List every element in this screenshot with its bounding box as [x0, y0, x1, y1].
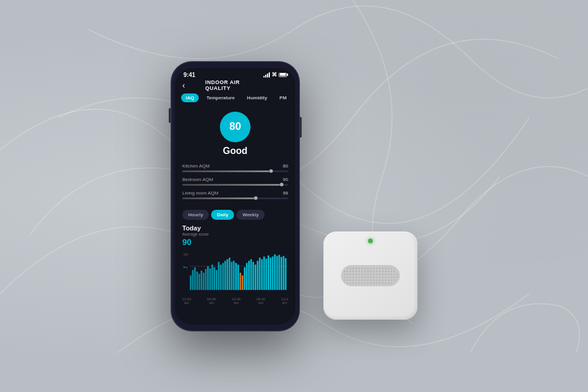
svg-rect-35: [259, 257, 260, 290]
svg-rect-13: [212, 264, 213, 290]
chart-title: Today: [182, 225, 288, 232]
svg-text:100: 100: [183, 253, 188, 256]
aqm-section: Kitchen AQM 80 Bedroom AQM 90: [175, 163, 295, 210]
chart-section: Today Average score 90 100 Avg.: [175, 225, 295, 304]
svg-rect-16: [218, 262, 220, 290]
svg-rect-45: [280, 257, 282, 290]
svg-rect-47: [285, 258, 286, 290]
tab-bar: IAQ Temperature Humidity PM: [175, 93, 295, 107]
wifi-icon: ⌘: [272, 72, 277, 78]
status-bar: 9:41 ⌘: [175, 68, 295, 79]
svg-rect-46: [283, 256, 285, 290]
chart-x-labels: 12:00am 06:00am 12:00pm 06:00pm 12:0pm: [182, 297, 288, 304]
svg-rect-24: [235, 263, 237, 290]
svg-rect-6: [196, 272, 198, 290]
aqm-row-kitchen: Kitchen AQM 80: [182, 163, 288, 172]
x-label-3: 12:00pm: [232, 297, 240, 304]
aqm-kitchen-value: 80: [283, 163, 288, 169]
svg-rect-43: [276, 256, 278, 290]
aqm-kitchen-label: Kitchen AQM: [182, 163, 210, 169]
chart-score: 90: [182, 237, 288, 247]
svg-rect-14: [213, 267, 215, 290]
air-quality-device: [323, 232, 417, 320]
svg-rect-37: [263, 256, 265, 290]
svg-rect-8: [201, 270, 202, 290]
svg-rect-27: [242, 275, 243, 290]
back-button[interactable]: ‹: [182, 81, 185, 90]
svg-rect-11: [207, 266, 209, 289]
aqm-row-bedroom: Bedroom AQM 90: [182, 177, 288, 186]
chart-subtitle: Average score: [182, 232, 288, 236]
svg-rect-17: [220, 264, 222, 290]
period-daily[interactable]: Daily: [211, 210, 234, 220]
svg-rect-41: [272, 256, 273, 290]
svg-rect-39: [268, 255, 269, 290]
device-led: [368, 239, 373, 243]
aqm-livingroom-value: 98: [283, 190, 288, 196]
svg-rect-23: [233, 260, 235, 290]
svg-rect-15: [216, 270, 218, 290]
svg-rect-18: [222, 263, 224, 290]
svg-rect-38: [265, 259, 267, 290]
period-selector: Hourly Daily Weekly: [175, 210, 295, 225]
aqm-bedroom-label: Bedroom AQM: [182, 177, 213, 182]
svg-rect-29: [246, 263, 248, 290]
chart-area: 100 Avg.: [182, 249, 288, 296]
status-icons: ⌘: [263, 72, 287, 78]
battery-icon: [279, 73, 287, 77]
x-label-2: 06:00am: [207, 297, 216, 304]
svg-rect-26: [239, 273, 241, 290]
tab-pm[interactable]: PM: [275, 93, 291, 102]
period-hourly[interactable]: Hourly: [182, 210, 209, 220]
score-value: 80: [229, 120, 241, 133]
svg-rect-42: [274, 254, 276, 290]
page-title: INDOOR AIR QUALITY: [205, 79, 265, 91]
svg-rect-31: [250, 259, 252, 290]
svg-rect-19: [225, 260, 226, 290]
svg-rect-10: [205, 269, 207, 290]
speaker-grille: [343, 267, 398, 284]
svg-text:Avg.: Avg.: [183, 265, 188, 268]
svg-rect-44: [278, 254, 280, 290]
svg-rect-33: [255, 264, 256, 290]
phone: 9:41 ⌘ ‹ INDOOR AIR QUALI: [171, 61, 300, 331]
svg-rect-36: [261, 259, 263, 290]
svg-rect-5: [194, 267, 196, 290]
svg-rect-28: [244, 267, 246, 290]
period-weekly[interactable]: Weekly: [236, 210, 264, 220]
status-time: 9:41: [183, 72, 195, 78]
svg-rect-4: [192, 270, 194, 290]
svg-rect-20: [226, 259, 228, 290]
signal-icon: [263, 72, 270, 78]
device-speaker: [341, 265, 400, 286]
svg-rect-9: [203, 273, 205, 290]
aqm-livingroom-label: Living room AQM: [182, 190, 218, 196]
scene: 9:41 ⌘ ‹ INDOOR AIR QUALI: [171, 61, 417, 331]
svg-rect-40: [270, 257, 272, 290]
tab-humidity[interactable]: Humidity: [242, 93, 272, 102]
app-header: ‹ INDOOR AIR QUALITY: [175, 79, 295, 93]
svg-rect-12: [209, 268, 211, 290]
svg-rect-25: [238, 264, 239, 290]
svg-rect-32: [252, 262, 254, 290]
svg-rect-34: [257, 260, 259, 290]
svg-rect-7: [199, 273, 201, 290]
aqm-row-livingroom: Living room AQM 98: [182, 190, 288, 199]
svg-rect-22: [231, 262, 233, 290]
x-label-4: 06:00pm: [256, 297, 265, 304]
aqm-bedroom-value: 90: [283, 177, 288, 182]
x-label-1: 12:00am: [182, 297, 191, 304]
svg-rect-3: [190, 275, 192, 290]
svg-rect-21: [229, 257, 230, 290]
score-circle: 80: [220, 112, 250, 142]
score-section: 80 Good: [175, 107, 295, 163]
tab-iaq[interactable]: IAQ: [181, 93, 199, 102]
tab-temperature[interactable]: Temperature: [202, 93, 239, 102]
phone-screen: 9:41 ⌘ ‹ INDOOR AIR QUALI: [175, 68, 295, 324]
x-label-5: 12:0pm: [281, 297, 288, 304]
svg-rect-30: [248, 260, 250, 290]
score-label: Good: [223, 146, 248, 156]
